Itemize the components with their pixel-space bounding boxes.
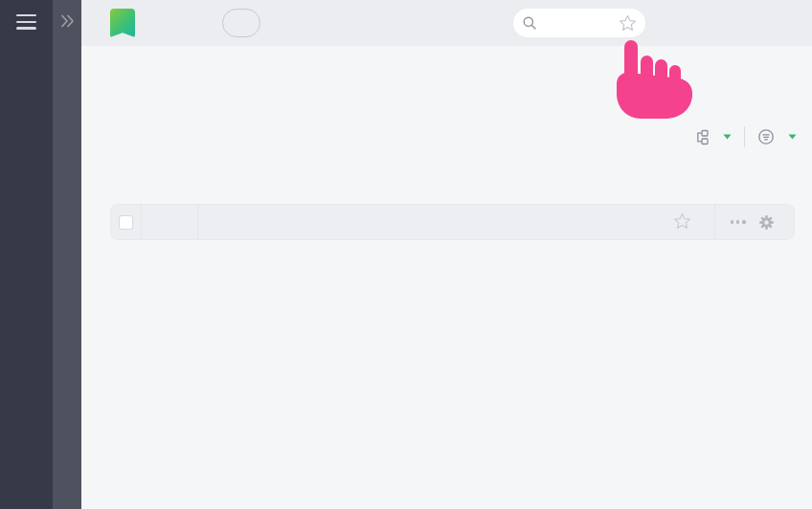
sidebar-secondary <box>53 0 81 509</box>
sidebar <box>0 0 53 509</box>
app-window <box>0 0 812 509</box>
search-box[interactable] <box>513 9 645 37</box>
favorites-star-icon[interactable] <box>619 14 637 32</box>
menu-icon[interactable] <box>16 14 36 33</box>
view-controls <box>693 126 797 147</box>
task-table <box>110 204 795 240</box>
filter-button[interactable] <box>757 128 797 145</box>
search-icon <box>522 15 537 31</box>
sorting-info <box>110 171 115 186</box>
main-content <box>81 46 812 509</box>
create-button[interactable] <box>222 9 260 37</box>
table-header <box>111 205 794 239</box>
expand-sidebar-icon[interactable] <box>60 13 75 33</box>
select-all-checkbox[interactable] <box>119 215 133 230</box>
chevron-down-icon <box>788 134 797 140</box>
topbar <box>81 0 812 46</box>
tree-view-button[interactable] <box>693 129 732 145</box>
filter-icon <box>757 128 775 145</box>
planfix-logo-icon[interactable] <box>110 9 135 37</box>
search-input[interactable] <box>543 15 619 31</box>
star-column-icon[interactable] <box>673 212 691 233</box>
tree-icon <box>693 129 710 145</box>
divider <box>744 126 745 147</box>
chevron-down-icon <box>723 134 732 140</box>
table-settings-gear-icon[interactable] <box>758 214 775 231</box>
more-columns-icon[interactable] <box>731 220 746 223</box>
